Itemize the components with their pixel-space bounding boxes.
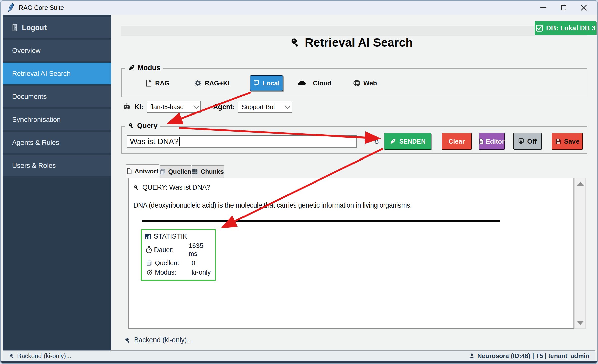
stopwatch-icon	[146, 246, 152, 253]
text-caret	[179, 137, 180, 146]
grid-icon	[192, 169, 198, 175]
model-row: KI: flan-t5-base Agent: Support Bot	[123, 101, 292, 113]
answer-divider	[142, 220, 500, 222]
copy-docs-icon	[146, 260, 152, 266]
statusbar-backend: Backend (ki-only)...	[9, 352, 71, 360]
python-logo-icon	[8, 3, 15, 12]
cloud-icon	[298, 80, 306, 86]
editor-button[interactable]: Editor	[479, 133, 505, 150]
scroll-up-icon[interactable]	[577, 182, 584, 186]
bar-chart-icon	[145, 234, 151, 240]
query-legend: Query	[125, 122, 160, 130]
sidebar-item-label: Overview	[12, 47, 41, 55]
target-icon	[146, 269, 152, 276]
document-icon	[146, 80, 152, 87]
sidebar-item-synchronisation[interactable]: Synchronisation	[3, 109, 111, 130]
monitor-icon	[518, 138, 524, 145]
sidebar: Logout Overview Retrieval AI Search Docu…	[3, 15, 111, 351]
backend-status-line: Backend (ki-only)...	[124, 336, 192, 344]
db-status-badge: DB: Lokal DB 3	[535, 21, 596, 35]
door-icon	[12, 24, 18, 31]
mode-option-local[interactable]: Local	[250, 75, 283, 91]
speech-bubble-icon	[364, 138, 372, 145]
person-icon	[469, 353, 475, 359]
char-count: 8	[364, 137, 379, 145]
maximize-icon	[561, 5, 566, 10]
sidebar-item-logout[interactable]: Logout	[3, 17, 111, 38]
copy-docs-icon	[160, 169, 166, 175]
page-title: Retrieval AI Search	[111, 35, 591, 49]
minimize-icon	[540, 7, 546, 8]
search-icon	[124, 337, 131, 344]
sidebar-item-label: Retrieval AI Search	[12, 70, 71, 78]
stat-row-modus: Modus: ki-only	[145, 268, 212, 276]
titlebar: RAG Core Suite	[1, 1, 597, 15]
rocket-icon	[390, 138, 396, 145]
main-content: DB: Lokal DB 3 Retrieval AI Search Modus	[111, 15, 596, 351]
modus-groupbox: Modus RAG	[121, 68, 587, 97]
query-input[interactable]: Was ist DNA?	[127, 135, 357, 148]
sidebar-item-retrieval-ai-search[interactable]: Retrieval AI Search	[3, 63, 111, 84]
search-icon	[133, 185, 139, 191]
answer-textarea[interactable]: QUERY: Was ist DNA? DNA (deoxyribonuclei…	[128, 178, 574, 329]
clear-button[interactable]: Clear	[442, 133, 472, 150]
monitor-icon	[253, 80, 259, 86]
tab-chunks[interactable]: Chunks	[192, 165, 224, 178]
gear-icon	[194, 80, 202, 87]
window-title: RAG Core Suite	[19, 4, 64, 11]
search-icon	[9, 353, 15, 359]
sidebar-item-users-roles[interactable]: Users & Roles	[3, 155, 111, 176]
maximize-button[interactable]	[553, 1, 574, 15]
rocket-icon	[128, 64, 135, 71]
statistik-box: STATISTIK Dauer: 1635 ms	[141, 229, 216, 281]
mode-option-rag-ki[interactable]: RAG+KI	[194, 69, 230, 98]
ki-label: KI:	[134, 103, 143, 111]
statistik-title: STATISTIK	[145, 233, 212, 240]
close-icon	[581, 4, 587, 11]
statusbar-user: Neurosora (ID:48) | T5 | tenant_admin	[469, 352, 589, 360]
window-controls	[533, 1, 594, 15]
sidebar-item-label: Logout	[22, 24, 47, 32]
mode-option-rag[interactable]: RAG	[146, 69, 170, 98]
sidebar-item-label: Users & Roles	[12, 162, 56, 170]
statusbar: Backend (ki-only)... Neurosora (ID:48) |…	[3, 350, 595, 361]
stat-row-dauer: Dauer: 1635 ms	[145, 242, 212, 258]
answer-text: DNA (deoxyribonucleic acid) is the molec…	[133, 201, 569, 209]
stat-row-quellen: Quellen: 0	[145, 259, 212, 267]
app-window: RAG Core Suite Logout Overview Retrieval…	[0, 0, 598, 364]
close-button[interactable]	[574, 1, 594, 15]
robot-icon	[123, 103, 131, 111]
off-button[interactable]: Off	[513, 133, 542, 150]
globe-icon	[353, 80, 360, 87]
document-icon	[127, 168, 132, 174]
document-icon	[479, 138, 484, 144]
mode-option-cloud[interactable]: Cloud	[298, 69, 331, 98]
sidebar-item-documents[interactable]: Documents	[3, 86, 111, 107]
senden-button[interactable]: SENDEN	[384, 133, 431, 150]
top-band	[121, 26, 587, 36]
answer-scrollbar[interactable]	[574, 178, 586, 329]
chevron-down-icon	[285, 103, 291, 109]
sidebar-item-agents-rules[interactable]: Agents & Rules	[3, 132, 111, 153]
scroll-down-icon[interactable]	[577, 321, 584, 325]
tab-quellen[interactable]: Quellen	[160, 165, 191, 178]
sidebar-item-label: Agents & Rules	[12, 139, 59, 147]
checkbox-icon	[536, 24, 543, 32]
save-button[interactable]: Save	[552, 133, 583, 150]
search-icon	[290, 37, 300, 48]
mode-option-web[interactable]: Web	[353, 69, 377, 98]
agent-select[interactable]: Support Bot	[238, 101, 292, 113]
db-badge-label: DB: Lokal DB 3	[546, 24, 595, 32]
chevron-down-icon	[194, 103, 200, 109]
answer-query-line: QUERY: Was ist DNA?	[133, 184, 569, 191]
window-bottom-edge	[1, 361, 597, 363]
ki-model-select[interactable]: flan-t5-base	[147, 101, 201, 113]
tab-antwort[interactable]: Antwort	[126, 164, 159, 178]
sidebar-item-label: Documents	[12, 93, 47, 101]
sidebar-item-label: Synchronisation	[12, 116, 61, 124]
search-icon	[128, 122, 135, 129]
sidebar-item-overview[interactable]: Overview	[3, 40, 111, 61]
floppy-icon	[555, 138, 561, 144]
minimize-button[interactable]	[533, 1, 553, 15]
agent-label: Agent:	[213, 103, 235, 111]
